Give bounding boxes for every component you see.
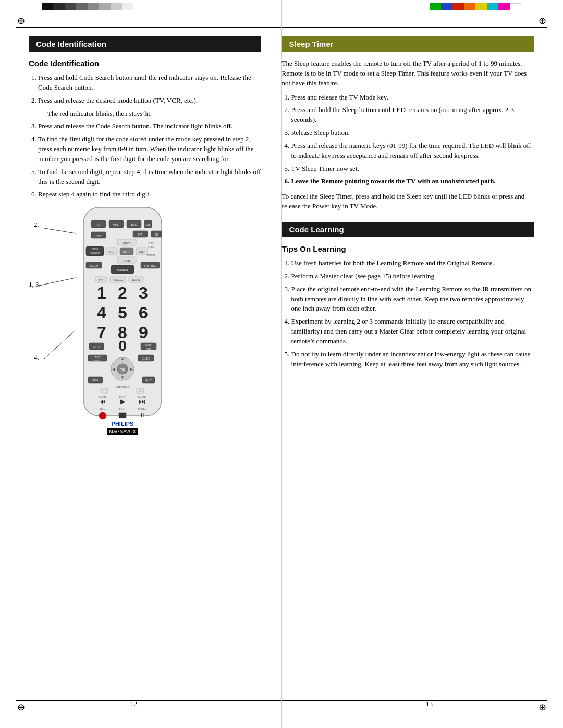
code-identification-steps: Press and hold Code Search button until … — [38, 73, 261, 200]
color-block-8 — [122, 3, 133, 10]
color-bright-1 — [430, 3, 441, 10]
left-column: Code Identification Code Identification … — [29, 31, 272, 697]
svg-text:0: 0 — [118, 338, 127, 354]
svg-text:VOL-: VOL- — [108, 250, 115, 253]
svg-text:TV: TV — [96, 223, 101, 226]
tip-5: Do not try to learn directly under an in… — [291, 350, 534, 369]
left-color-blocks — [0, 2, 282, 11]
code-identification-header: Code Identification — [29, 36, 261, 52]
svg-point-88 — [99, 412, 106, 419]
svg-text:5: 5 — [118, 303, 127, 322]
step-2-note: The red indicator blinks, then stays lit… — [47, 109, 261, 119]
svg-text:◀: ◀ — [112, 367, 116, 372]
svg-text:⏸: ⏸ — [139, 412, 145, 419]
reg-mark-bottom-right: ⊕ — [536, 701, 548, 713]
color-bright-8 — [510, 3, 521, 10]
tips-on-learning-heading: Tips On Learning — [282, 244, 534, 253]
color-block-3 — [65, 3, 76, 10]
svg-text:CD: CD — [154, 233, 158, 236]
svg-text:2: 2 — [118, 283, 127, 302]
svg-text:OK: OK — [120, 368, 125, 372]
right-color-blocks — [282, 2, 563, 11]
svg-text:AUX: AUX — [96, 234, 102, 237]
step-3: Press and release the Code Search button… — [38, 121, 261, 131]
step-1: Press and hold Code Search button until … — [38, 73, 261, 93]
svg-text:DVC: DVC — [131, 223, 137, 226]
svg-text:▲: ▲ — [120, 356, 125, 361]
sleep-step-3: Release Sleep button. — [291, 128, 534, 138]
sleep-timer-section: Sleep Timer The Sleep feature enables th… — [282, 36, 534, 212]
code-identification-header-block: Code Identification — [29, 36, 261, 52]
svg-text:⏭: ⏭ — [139, 397, 146, 405]
svg-rect-89 — [119, 413, 126, 418]
tip-1: Use fresh batteries for both the Learnin… — [291, 258, 534, 268]
svg-text:GUIDE: GUIDE — [142, 357, 151, 360]
sleep-step-6: Leave the Remote pointing towards the TV… — [291, 177, 534, 187]
color-block-2 — [53, 3, 65, 10]
reg-mark-bottom-left: ⊕ — [15, 701, 27, 713]
svg-text:QUIT: QUIT — [145, 379, 152, 382]
svg-text:▼: ▼ — [120, 375, 125, 380]
svg-text:VCR: VCR — [113, 223, 120, 226]
svg-text:CHAN+: CHAN+ — [122, 241, 131, 244]
svg-text:SUBTITLE: SUBTITLE — [144, 264, 157, 267]
color-block-4 — [76, 3, 88, 10]
svg-text:REPEAT: REPEAT — [147, 254, 155, 256]
right-column: Sleep Timer The Sleep feature enables th… — [272, 31, 534, 697]
sleep-timer-header: Sleep Timer — [282, 36, 534, 52]
tip-4: Experiment by learning 2 or 3 commands i… — [291, 317, 534, 347]
sleep-step-5: TV Sleep Timer now set. — [291, 164, 534, 174]
svg-text:6: 6 — [139, 303, 148, 322]
svg-text:SLEEP: SLEEP — [90, 264, 99, 267]
svg-text:LEARN: LEARN — [132, 279, 140, 281]
svg-text:1: 1 — [97, 283, 106, 302]
annotation-4: 4. — [34, 353, 39, 362]
svg-text:POWER: POWER — [117, 268, 128, 272]
color-block-7 — [111, 3, 122, 10]
svg-text:STOP: STOP — [119, 407, 126, 410]
tip-2: Perform a Master clear (see page 15) bef… — [291, 272, 534, 281]
color-block-6 — [99, 3, 111, 10]
reg-mark-top-left: ⊕ — [15, 15, 27, 27]
svg-text:PIP: PIP — [99, 279, 103, 281]
svg-text:SAT: SAT — [138, 233, 142, 236]
svg-text:▶: ▶ — [120, 397, 126, 405]
remote-svg-container: TV VCR DVC CBL SAT CD AU — [70, 205, 175, 435]
svg-text:▶: ▶ — [130, 367, 133, 372]
sleep-timer-intro: The Sleep feature enables the remote to … — [282, 59, 534, 89]
page-number-left: 12 — [130, 700, 137, 708]
step-5: To find the second digit, repeat step 4,… — [38, 167, 261, 187]
remote-control-area: 2. 1, 3. 4. TV VCR DVC — [29, 205, 261, 429]
svg-text:⏮: ⏮ — [99, 397, 106, 405]
color-bright-7 — [498, 3, 510, 10]
color-bright-4 — [464, 3, 475, 10]
svg-text:—— CHAPTER ——: —— CHAPTER —— — [111, 385, 135, 388]
color-bright-3 — [452, 3, 464, 10]
magnavox-text: MAGNAVOX — [107, 428, 138, 435]
svg-text:3: 3 — [139, 283, 148, 302]
color-block-1 — [42, 3, 53, 10]
bright-color-strip — [430, 3, 521, 10]
svg-text:CBL: CBL — [145, 223, 151, 226]
code-identification-subheading: Code Identification — [29, 59, 261, 68]
annotation-2: 2. — [34, 220, 39, 229]
color-bright-5 — [475, 3, 487, 10]
step-4: To find the first digit for the code sto… — [38, 134, 261, 164]
code-learning-header: Code Learning — [282, 222, 534, 237]
svg-text:TOGGLE: TOGGLE — [113, 279, 123, 281]
svg-text:4: 4 — [97, 303, 106, 322]
svg-text:7: 7 — [97, 323, 106, 342]
step-6: Repeat step 4 again to find the third di… — [38, 190, 261, 200]
color-bright-2 — [441, 3, 452, 10]
svg-text:PREV: PREV — [149, 242, 154, 244]
color-block-5 — [88, 3, 99, 10]
svg-text:CHAN-: CHAN- — [123, 259, 131, 262]
content-area: Code Identification Code Identification … — [29, 31, 534, 697]
svg-text:MUTE: MUTE — [123, 250, 131, 253]
svg-text:INPUT: INPUT — [145, 344, 152, 347]
remote-svg: TV VCR DVC CBL SAT CD AU — [70, 205, 175, 424]
step-2: Press and release the desired mode butto… — [38, 96, 261, 106]
svg-text:SEARCH: SEARCH — [90, 252, 100, 255]
tips-list: Use fresh batteries for both the Learnin… — [291, 258, 534, 369]
svg-text:CHAN: CHAN — [148, 245, 154, 248]
